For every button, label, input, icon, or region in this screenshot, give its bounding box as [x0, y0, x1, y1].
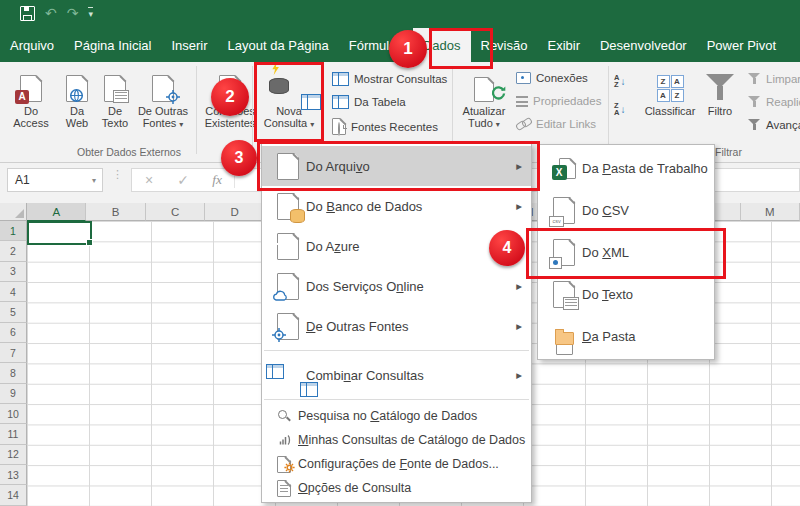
tab-power-pivot[interactable]: Power Pivot	[697, 28, 786, 62]
menu-item-label: De Outras Fontes	[306, 319, 516, 334]
from-web-button[interactable]: Da Web	[58, 66, 96, 129]
row-header-9[interactable]: 9	[0, 384, 27, 404]
menu-item-label: Do Azure	[306, 239, 516, 254]
from-table-button[interactable]: Da Tabela	[332, 95, 406, 109]
dropdown-caret-icon: ▾	[310, 120, 314, 129]
row-header-4[interactable]: 4	[0, 282, 27, 302]
menu-item-label: Opções de Consulta	[298, 481, 531, 495]
submenu-item-label: Do Texto	[582, 287, 714, 302]
column-header-B[interactable]: B	[86, 203, 145, 221]
advanced-filter-button[interactable]: Avançado	[748, 118, 800, 131]
from-access-button[interactable]: A Do Access	[8, 66, 54, 129]
tab-revisão[interactable]: Revisão	[471, 28, 538, 62]
combine-queries-icon	[270, 368, 306, 383]
name-box[interactable]: A1 ▾	[7, 168, 103, 192]
sort-az-button[interactable]: AZ↓	[614, 74, 625, 88]
row-header-12[interactable]: 12	[0, 445, 27, 465]
menu-item-do-banco-de-dados[interactable]: Do Banco de Dados ▶	[262, 186, 531, 226]
selected-cell-A1[interactable]	[27, 221, 92, 245]
confirm-entry-icon[interactable]: ✓	[166, 172, 200, 188]
column-header-C[interactable]: C	[146, 203, 205, 221]
connections-button[interactable]: Conexões	[516, 72, 588, 84]
azure-icon	[270, 233, 306, 260]
new-query-button[interactable]: Nova Consulta ▾	[258, 66, 320, 131]
row-header-10[interactable]: 10	[0, 404, 27, 424]
menu-item-label: Dos Serviços Online	[306, 279, 516, 294]
menu-item-de-outras-fontes[interactable]: De Outras Fontes ▶	[262, 306, 531, 346]
row-header-3[interactable]: 3	[0, 262, 27, 282]
cancel-entry-icon[interactable]: ×	[132, 172, 166, 188]
menu-item-minhas-consultas-catalogo[interactable]: Minhas Consultas de Catálogo de Dados	[262, 428, 531, 452]
row-header-8[interactable]: 8	[0, 363, 27, 383]
row-header-5[interactable]: 5	[0, 302, 27, 322]
insert-function-icon[interactable]: fx	[200, 172, 234, 188]
sort-dialog-button[interactable]: ZAAZ Classificar	[642, 66, 698, 117]
reapply-filter-button[interactable]: Reaplicar	[748, 95, 800, 108]
edit-links-label: Editar Links	[536, 118, 596, 130]
dropdown-caret-icon: ▾	[179, 120, 183, 129]
row-header-1[interactable]: 1	[0, 221, 27, 241]
sort-za-button[interactable]: ZA↓	[614, 102, 625, 116]
menu-item-label: Configurações de Fonte de Dados...	[298, 457, 531, 471]
submenu-item-da-pasta-de-trabalho[interactable]: X Da Pasta de Trabalho	[538, 147, 714, 189]
select-all-button[interactable]	[0, 203, 27, 221]
recent-sources-button[interactable]: Fontes Recentes	[332, 118, 438, 135]
submenu-item-do-csv[interactable]: csv Do CSV	[538, 189, 714, 231]
row-header-2[interactable]: 2	[0, 241, 27, 261]
qat-dropdown-icon[interactable]: ▾	[88, 7, 93, 19]
row-header-7[interactable]: 7	[0, 343, 27, 363]
submenu-item-da-pasta[interactable]: Da Pasta	[538, 315, 714, 357]
from-text-button[interactable]: De Texto	[96, 66, 134, 129]
filter-button[interactable]: Filtro	[700, 66, 740, 117]
row-header-11[interactable]: 11	[0, 424, 27, 444]
column-header-D[interactable]: D	[205, 203, 264, 221]
menu-item-label: Minhas Consultas de Catálogo de Dados	[298, 433, 531, 447]
show-queries-button[interactable]: Mostrar Consultas	[332, 72, 447, 86]
column-header-A[interactable]: A	[27, 203, 86, 221]
edit-links-button[interactable]: Editar Links	[516, 118, 596, 130]
row-header-13[interactable]: 13	[0, 465, 27, 485]
submenu-item-do-texto[interactable]: Do Texto	[538, 273, 714, 315]
step-badge-3: 3	[221, 140, 257, 176]
redo-icon[interactable]: ↷	[67, 4, 79, 22]
formula-bar-grip-icon[interactable]: ⋮	[112, 171, 123, 177]
filter-label: Filtro	[708, 105, 732, 117]
tab-página-inicial[interactable]: Página Inicial	[64, 28, 161, 62]
menu-item-combinar-consultas[interactable]: Combinar Consultas ▶	[262, 355, 531, 395]
tab-desenvolvedor[interactable]: Desenvolvedor	[590, 28, 697, 62]
show-queries-label: Mostrar Consultas	[354, 73, 447, 85]
connections-icon	[516, 72, 531, 84]
menu-separator	[264, 350, 529, 351]
sort-az-icon: AZ	[614, 74, 619, 88]
group-divider	[608, 66, 609, 154]
tab-arquivo[interactable]: Arquivo	[0, 28, 64, 62]
from-web-label: Da Web	[58, 105, 96, 129]
name-box-value: A1	[15, 173, 30, 187]
from-text-label: De Texto	[96, 105, 134, 129]
row-header-6[interactable]: 6	[0, 323, 27, 343]
properties-button[interactable]: Propriedades	[516, 95, 601, 107]
undo-icon[interactable]: ↶	[45, 4, 57, 22]
catalog-search-icon	[270, 409, 298, 423]
column-header-M[interactable]: M	[741, 203, 800, 221]
excel-window: ↶ ↷ ▾ ArquivoPágina InicialInserirLayout…	[0, 0, 800, 506]
refresh-all-button[interactable]: AtualizarTudo ▾	[456, 66, 512, 131]
submenu-arrow-icon: ▶	[516, 322, 522, 331]
tab-layout-da-página[interactable]: Layout da Página	[218, 28, 339, 62]
save-icon[interactable]	[20, 6, 35, 21]
row-header-14[interactable]: 14	[0, 485, 27, 505]
from-other-sources-button[interactable]: De Outras Fontes ▾	[134, 66, 192, 131]
tab-exibir[interactable]: Exibir	[537, 28, 590, 62]
name-box-dropdown-icon[interactable]: ▾	[92, 176, 96, 185]
recent-sources-icon	[332, 118, 346, 135]
menu-item-do-arquivo[interactable]: Do Arquivo ▶	[262, 146, 531, 186]
menu-item-label: Pesquisa no Catálogo de Dados	[298, 409, 531, 423]
clear-filter-button[interactable]: Limpar	[748, 72, 800, 85]
menu-item-opcoes-de-consulta[interactable]: Opções de Consulta	[262, 476, 531, 500]
submenu-item-do-xml[interactable]: Do XML	[538, 231, 714, 273]
submenu-arrow-icon: ▶	[516, 371, 522, 380]
menu-item-configuracoes-fonte-dados[interactable]: Configurações de Fonte de Dados...	[262, 452, 531, 476]
tab-inserir[interactable]: Inserir	[161, 28, 217, 62]
menu-item-pesquisa-no-catalogo[interactable]: Pesquisa no Catálogo de Dados	[262, 404, 531, 428]
menu-item-dos-servicos-online[interactable]: Dos Serviços Online ▶	[262, 266, 531, 306]
